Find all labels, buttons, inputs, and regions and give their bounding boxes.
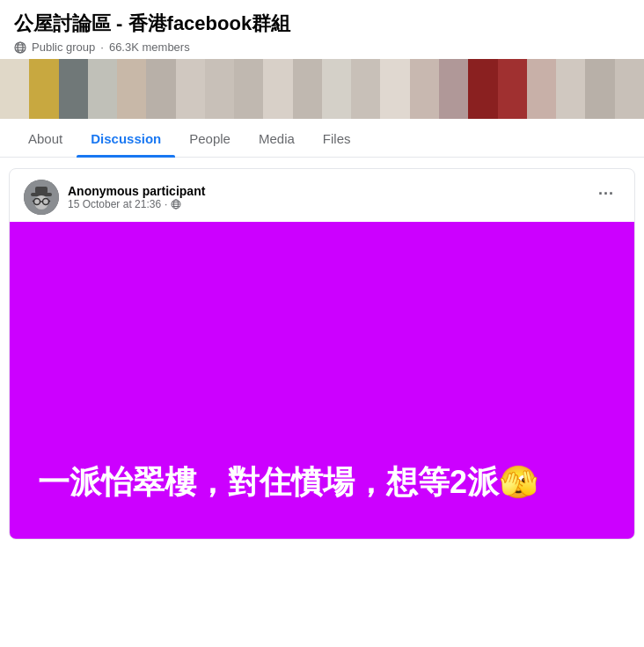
cover-cell-21 [585, 59, 614, 119]
cover-cell-3 [59, 59, 88, 119]
avatar [24, 180, 59, 215]
member-count: 66.3K members [109, 40, 190, 54]
privacy-globe-icon [171, 199, 181, 210]
svg-line-12 [33, 201, 34, 202]
cover-cell-20 [556, 59, 585, 119]
cover-cell-9 [234, 59, 263, 119]
post-card: Anonymous participant 15 October at 21:3… [9, 168, 635, 540]
cover-cell-1 [0, 59, 29, 119]
cover-cell-19 [527, 59, 556, 119]
cover-cell-4 [88, 59, 117, 119]
svg-line-13 [49, 201, 51, 202]
cover-cell-11 [293, 59, 322, 119]
svg-rect-7 [35, 187, 48, 194]
cover-cell-16 [439, 59, 468, 119]
avatar-image [24, 180, 59, 215]
cover-cell-10 [263, 59, 292, 119]
cover-cell-14 [380, 59, 409, 119]
cover-cell-5 [117, 59, 146, 119]
navigation-tabs: About Discussion People Media Files [0, 121, 644, 158]
globe-icon [14, 41, 26, 54]
page-title: 公屋討論區 - 香港facebook群組 [14, 11, 630, 37]
cover-cell-22 [615, 59, 644, 119]
cover-strip [0, 59, 644, 119]
tab-people[interactable]: People [175, 121, 245, 157]
tab-files[interactable]: Files [309, 121, 365, 157]
post-text-overlay: 一派怡翠樓，對住憤場，想等2派🫣 [38, 462, 538, 504]
post-author-info: Anonymous participant 15 October at 21:3… [68, 184, 205, 210]
author-name[interactable]: Anonymous participant [68, 184, 205, 198]
tab-media[interactable]: Media [245, 121, 309, 157]
post-author-section: Anonymous participant 15 October at 21:3… [24, 180, 205, 215]
timestamp-dot: · [165, 198, 167, 210]
cover-cell-15 [410, 59, 439, 119]
timestamp-text: 15 October at 21:36 [68, 198, 161, 210]
cover-cell-17 [468, 59, 497, 119]
cover-cell-13 [351, 59, 380, 119]
cover-cell-2 [29, 59, 58, 119]
page-meta: Public group · 66.3K members [14, 40, 630, 54]
post-timestamp: 15 October at 21:36 · [68, 198, 205, 210]
cover-cell-6 [146, 59, 175, 119]
cover-cell-8 [205, 59, 234, 119]
post-content-image[interactable]: 一派怡翠樓，對住憤場，想等2派🫣 [10, 222, 634, 539]
tab-about[interactable]: About [14, 121, 77, 157]
cover-cell-18 [498, 59, 527, 119]
more-options-button[interactable]: ··· [592, 180, 620, 208]
dot-separator: · [100, 40, 104, 54]
group-type: Public group [32, 40, 95, 54]
cover-cell-7 [176, 59, 205, 119]
svg-point-8 [34, 195, 48, 210]
page-header: 公屋討論區 - 香港facebook群組 Public group · 66.3… [0, 0, 644, 59]
tab-discussion[interactable]: Discussion [77, 121, 175, 157]
cover-cell-12 [322, 59, 351, 119]
post-header: Anonymous participant 15 October at 21:3… [10, 169, 634, 222]
